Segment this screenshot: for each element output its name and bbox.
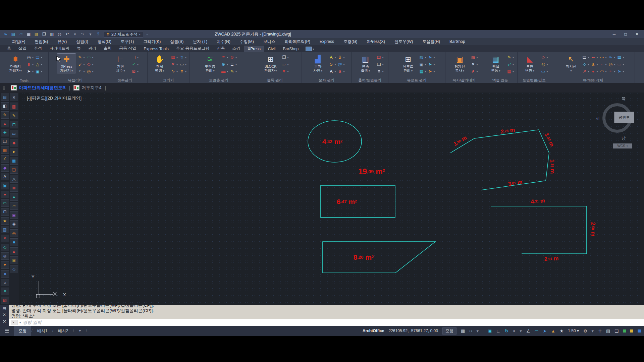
ribbon-small-tool[interactable]: ❐▾ <box>281 55 288 60</box>
block-manager-button[interactable]: ⊞BLOCK관리자 ▾ <box>261 54 280 73</box>
ribbon-small-tool[interactable]: ➤▾ <box>617 69 624 74</box>
ribbon-tab-XPress[interactable]: XPress <box>244 46 264 52</box>
ribbon-small-tool[interactable]: ⊣▾ <box>131 55 139 60</box>
redo-caret-icon[interactable]: ▾ <box>88 32 93 37</box>
minimize-button[interactable]: ─ <box>609 31 619 38</box>
walk-icon[interactable]: ★ <box>560 329 564 333</box>
menu-item[interactable]: XPress(X) <box>362 38 390 45</box>
tool-icon[interactable]: ▭ <box>10 130 18 137</box>
ribbon-small-tool[interactable]: ≡▾ <box>221 55 228 60</box>
ribbon-small-tool[interactable]: ▦▾ <box>506 69 514 74</box>
ribbon-small-tool[interactable]: ▮▾ <box>26 62 34 67</box>
model-space-button[interactable]: 모형 <box>442 327 457 335</box>
copy-icon[interactable]: ❐ <box>41 32 47 37</box>
ribbon-small-tool[interactable]: ▭▾ <box>617 62 624 67</box>
customize-commandline-icon[interactable]: ⚒ <box>3 319 6 324</box>
tool-icon[interactable]: △ <box>10 175 18 183</box>
ribbon-small-tool[interactable]: ➤▾ <box>428 69 435 74</box>
undo-icon[interactable]: ↶ <box>64 32 70 37</box>
wcs-button[interactable]: WCS▾ <box>613 143 632 148</box>
redo-icon[interactable]: ↷ <box>80 32 86 37</box>
tool-icon[interactable]: ● <box>10 193 18 201</box>
ribbon-small-tool[interactable]: ↗▾ <box>582 69 589 74</box>
grid-display-icon[interactable]: ▦ <box>461 329 465 333</box>
tool-icon[interactable]: ⊟ <box>10 121 18 128</box>
tool-icon[interactable]: ▭ <box>1 199 9 207</box>
ribbon-small-tool[interactable]: ⇄▾ <box>506 62 514 67</box>
ribbon-small-tool[interactable]: ↯▾ <box>179 55 186 60</box>
ribbon-small-tool[interactable]: ➤▾ <box>428 55 435 60</box>
clean-screen-icon[interactable]: ❏ <box>614 329 619 333</box>
ribbon-small-tool[interactable]: ✕▾ <box>470 62 478 67</box>
ribbon-small-tool[interactable]: ≈▾ <box>608 69 615 74</box>
ribbon-tab-조경[interactable]: 조경 <box>228 45 244 52</box>
ribbon-small-tool[interactable]: ⊕▾ <box>221 62 228 67</box>
ribbon-small-tool[interactable]: ◇▾ <box>540 55 548 60</box>
tool-icon[interactable]: ▼ <box>1 261 9 268</box>
keyboard-icon[interactable]: ▤ <box>2 306 6 310</box>
ribbon-small-tool[interactable]: ∿▾ <box>170 69 178 74</box>
ribbon-small-tool[interactable]: ✎▾ <box>77 55 85 60</box>
ribbon-tab-주석[interactable]: 주석 <box>30 45 46 52</box>
ribbon-small-tool[interactable]: ✎▾ <box>506 55 514 60</box>
close-button[interactable]: ✕ <box>632 31 642 38</box>
drawing-convert-button[interactable]: ◣도면변환 ▾ <box>520 54 539 73</box>
layer-manager-button[interactable]: ≋도면층관리 ▾ <box>201 54 219 73</box>
command-input[interactable]: 명령 입력 <box>23 319 42 325</box>
tool-icon[interactable]: ▲ <box>1 120 9 127</box>
ribbon-small-tool[interactable]: a▾ <box>337 69 345 74</box>
doc-tab-grip-icon[interactable]: ⣿ <box>0 86 7 90</box>
menu-item[interactable]: 뷰(V) <box>53 38 71 45</box>
ribbon-small-tool[interactable]: ◜▾ <box>77 69 85 74</box>
gear-caret-icon[interactable]: ▾ <box>592 329 594 333</box>
close-commandline-icon[interactable]: ✕ <box>3 312 6 317</box>
ribbon-small-tool[interactable]: ➤▾ <box>428 62 435 67</box>
osnap-caret-icon[interactable]: ▾ <box>520 329 522 333</box>
ribbon-small-tool[interactable]: ◠▾ <box>599 69 606 74</box>
shortcut-manager-button[interactable]: ✸단축키관리자 ▾ <box>6 54 25 73</box>
ribbon-overflow-button[interactable]: ▾ <box>306 47 314 52</box>
leader-button[interactable]: ↖지시선 ▾ <box>561 54 580 73</box>
tool-icon[interactable]: ▲ <box>10 247 18 255</box>
ribbon-small-tool[interactable]: ●▾ <box>590 69 598 74</box>
menu-item[interactable]: Express <box>315 38 339 45</box>
view-navigation-compass[interactable]: 북 서 남 평면도 WCS▾ <box>594 95 644 152</box>
gear-icon[interactable]: ⚙ <box>583 329 587 333</box>
menu-hamburger-icon[interactable]: ☰ <box>0 328 14 334</box>
layout-tab-모형[interactable]: 모형 <box>14 326 31 336</box>
menu-item[interactable]: 삽입(I) <box>71 38 93 45</box>
ribbon-small-tool[interactable]: ▤▾ <box>376 55 383 60</box>
menu-item[interactable]: 그리기(K) <box>139 38 165 45</box>
ribbon-small-tool[interactable]: ↙▾ <box>77 62 85 67</box>
compass-west-label[interactable]: 서 <box>596 116 600 121</box>
help-icon[interactable]: ? <box>95 32 101 37</box>
ribbon-small-tool[interactable]: ≣▾ <box>229 62 237 67</box>
isolate-icon[interactable]: ▤ <box>606 329 610 333</box>
menu-item[interactable]: 편집(E) <box>30 38 53 45</box>
scale-selector[interactable]: 1:50 ▾ <box>568 328 579 333</box>
tool-icon[interactable]: ◇ <box>1 244 9 251</box>
text-dictionary-button[interactable]: ▟문자사전 ▾ <box>308 54 327 73</box>
boundary-copy-button[interactable]: ▣경계선복사 ▾ <box>450 54 469 73</box>
ribbon-small-tool[interactable]: ✎▾ <box>229 69 237 74</box>
ribbon-small-tool[interactable]: ✕▾ <box>170 62 178 67</box>
ribbon-small-tool[interactable]: ✓▾ <box>131 62 139 67</box>
ribbon-tab-삽입[interactable]: 삽입 <box>15 45 30 52</box>
ribbon-tab-관리[interactable]: 관리 <box>85 45 100 52</box>
drawing-canvas[interactable]: [-][평면도][2D 와이어프레임] 4.42 m2 19.09 m2 6.4… <box>19 93 644 305</box>
ribbon-small-tool[interactable]: ◎▾ <box>540 62 548 67</box>
tool-icon[interactable]: ◧ <box>1 102 9 110</box>
ribbon-small-tool[interactable]: ◎▾ <box>86 69 94 74</box>
menu-item[interactable]: 조경(G) <box>339 38 362 45</box>
ribbon-small-tool[interactable]: ▩▾ <box>470 55 478 60</box>
tool-icon[interactable]: ✎ <box>1 111 9 119</box>
menu-item[interactable]: BarShop <box>445 38 470 45</box>
layout-tab-+[interactable]: + <box>74 326 86 336</box>
ortho-mode-icon[interactable]: ∟ <box>496 329 500 333</box>
ribbon-small-tool[interactable]: ⊘▾ <box>229 55 237 60</box>
ribbon-small-tool[interactable]: ❏▾ <box>376 62 383 67</box>
command-input-row[interactable]: >_ ▾ 명령 입력 <box>9 319 644 326</box>
ribbon-small-tool[interactable]: @▾ <box>337 62 345 67</box>
tool-icon[interactable]: ▣ <box>10 211 18 219</box>
new-file-icon[interactable]: ▤ <box>10 32 16 37</box>
